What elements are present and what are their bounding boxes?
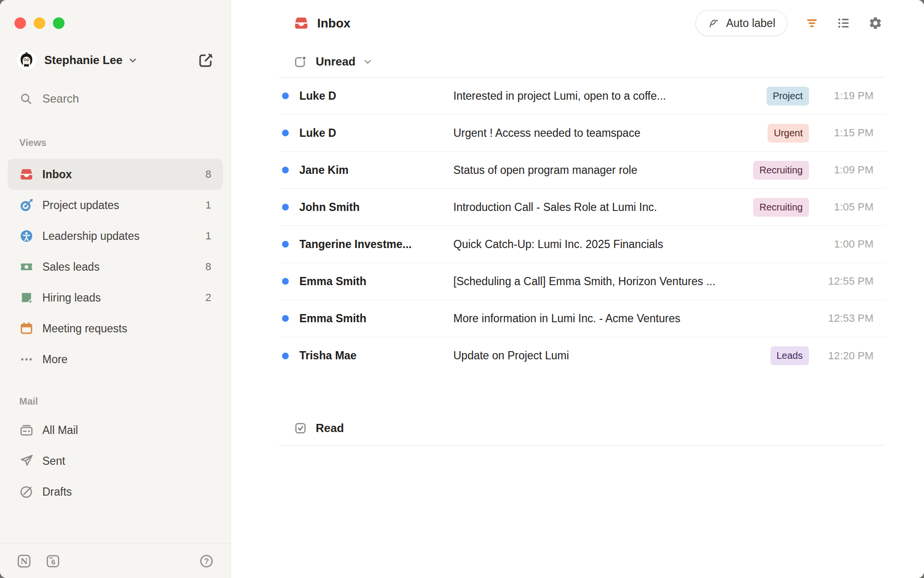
auto-label-button[interactable]: Auto label bbox=[695, 10, 787, 36]
avatar bbox=[16, 50, 37, 70]
unread-label: Unread bbox=[316, 55, 356, 68]
email-subject: Status of open program manager role bbox=[453, 164, 753, 177]
pencil-circle-icon bbox=[19, 485, 34, 499]
email-row[interactable]: Trisha Mae Update on Project Lumi Leads … bbox=[279, 337, 886, 374]
notion-app-icon[interactable]: N bbox=[16, 553, 32, 569]
inbox-icon bbox=[19, 167, 34, 182]
header-actions: Auto label bbox=[695, 10, 883, 36]
sidebar-item-label: Inbox bbox=[42, 168, 72, 181]
sidebar-item-project-updates[interactable]: Project updates 1 bbox=[8, 190, 223, 221]
mail-tray-icon bbox=[19, 423, 34, 437]
app-window: Stephanie Lee Search Views bbox=[0, 0, 924, 578]
close-window-button[interactable] bbox=[14, 17, 26, 29]
svg-text:6: 6 bbox=[51, 558, 56, 566]
tag-chip: Recruiting bbox=[753, 198, 809, 217]
help-button[interactable]: ? bbox=[199, 553, 214, 569]
email-row[interactable]: Luke D Urgent ! Access needed to teamspa… bbox=[279, 115, 886, 152]
chevron-down-icon bbox=[362, 56, 373, 67]
sidebar-item-hiring-leads[interactable]: Hiring leads 2 bbox=[8, 282, 223, 313]
zoom-window-button[interactable] bbox=[53, 17, 64, 29]
account-switcher[interactable]: Stephanie Lee bbox=[16, 50, 214, 71]
email-sender: Tangerine Investme... bbox=[299, 238, 453, 251]
unread-dot bbox=[280, 204, 299, 210]
unread-dot bbox=[280, 167, 299, 173]
email-row[interactable]: Jane Kim Status of open program manager … bbox=[279, 152, 886, 189]
email-sender: John Smith bbox=[299, 201, 453, 214]
unread-dot bbox=[280, 92, 299, 99]
sidebar-item-label: Project updates bbox=[42, 199, 119, 212]
minimize-window-button[interactable] bbox=[34, 17, 45, 29]
main-panel: Inbox Auto label bbox=[231, 0, 924, 578]
unread-count: 8 bbox=[205, 168, 211, 181]
unread-dot bbox=[280, 241, 299, 248]
search-button[interactable]: Search bbox=[19, 88, 214, 109]
paper-plane-icon bbox=[19, 454, 34, 468]
banknote-icon bbox=[19, 260, 34, 274]
filter-icon[interactable] bbox=[805, 16, 819, 30]
sidebar-item-sales-leads[interactable]: Sales leads 8 bbox=[8, 251, 223, 282]
email-time: 1:15 PM bbox=[820, 127, 873, 139]
inbox-icon bbox=[294, 15, 309, 31]
sidebar-item-all-mail[interactable]: All Mail bbox=[8, 415, 223, 446]
sidebar-item-sent[interactable]: Sent bbox=[8, 446, 223, 476]
email-sender: Luke D bbox=[299, 90, 453, 103]
page-title: Inbox bbox=[317, 16, 350, 31]
email-row[interactable]: John Smith Introduction Call - Sales Rol… bbox=[279, 189, 886, 226]
mail-nav: All Mail Sent Drafts bbox=[0, 415, 231, 507]
calendar-app-icon[interactable]: 6 bbox=[45, 553, 61, 569]
sidebar-item-label: Drafts bbox=[42, 486, 72, 499]
email-row[interactable]: Emma Smith [Scheduling a Call] Emma Smit… bbox=[279, 263, 886, 300]
unread-dot bbox=[280, 353, 299, 359]
read-section-header[interactable]: Read bbox=[279, 411, 886, 446]
list-view-icon[interactable] bbox=[836, 16, 851, 30]
email-list: Luke D Interested in project Lumi, open … bbox=[279, 78, 886, 374]
search-icon bbox=[19, 92, 33, 105]
tag-chip: Project bbox=[767, 87, 809, 105]
email-row[interactable]: Luke D Interested in project Lumi, open … bbox=[279, 78, 886, 115]
svg-text:N: N bbox=[20, 556, 27, 566]
email-sender: Emma Smith bbox=[299, 312, 453, 325]
email-row[interactable]: Tangerine Investme... Quick Catch-Up: Lu… bbox=[279, 226, 886, 263]
ellipsis-icon bbox=[19, 352, 34, 367]
email-time: 1:00 PM bbox=[820, 238, 873, 250]
unread-section-header[interactable]: Unread bbox=[279, 46, 886, 78]
email-time: 12:53 PM bbox=[820, 312, 873, 325]
email-subject: Interested in project Lumi, open to a co… bbox=[453, 90, 767, 103]
tag-chip: Urgent bbox=[768, 124, 809, 143]
sidebar-item-label: All Mail bbox=[42, 424, 78, 437]
unread-dot bbox=[280, 278, 299, 285]
main-header: Inbox Auto label bbox=[279, 0, 886, 46]
email-time: 1:19 PM bbox=[820, 90, 873, 102]
section-title-views: Views bbox=[19, 137, 231, 148]
email-subject: Introduction Call - Sales Role at Lumi I… bbox=[453, 201, 753, 214]
unread-dot bbox=[280, 315, 299, 322]
person-circle-icon bbox=[19, 229, 34, 243]
email-subject: Quick Catch-Up: Lumi Inc. 2025 Financial… bbox=[453, 238, 820, 251]
email-time: 1:05 PM bbox=[820, 201, 873, 213]
sidebar-footer: N 6 ? bbox=[0, 543, 231, 578]
sidebar-item-label: More bbox=[42, 353, 67, 366]
unread-count: 1 bbox=[205, 230, 211, 242]
sidebar-item-meeting-requests[interactable]: Meeting requests bbox=[8, 313, 223, 344]
unread-count: 8 bbox=[205, 261, 211, 273]
email-sender: Luke D bbox=[299, 127, 453, 140]
sidebar-item-label: Sales leads bbox=[42, 261, 100, 274]
chevron-down-icon bbox=[128, 55, 138, 66]
unread-count: 1 bbox=[205, 199, 211, 211]
sidebar-item-drafts[interactable]: Drafts bbox=[8, 476, 223, 507]
tag-chip: Recruiting bbox=[753, 161, 809, 180]
compose-button[interactable] bbox=[198, 52, 214, 68]
email-subject: Update on Project Lumi bbox=[453, 349, 770, 362]
user-name: Stephanie Lee bbox=[44, 53, 123, 67]
email-subject: [Scheduling a Call] Emma Smith, Horizon … bbox=[453, 275, 820, 288]
unread-count: 2 bbox=[205, 291, 211, 304]
sidebar-item-label: Meeting requests bbox=[42, 322, 127, 335]
sidebar-item-more[interactable]: More bbox=[8, 344, 223, 375]
search-label: Search bbox=[42, 92, 79, 105]
views-nav: Inbox 8 Project updates 1 bbox=[0, 159, 231, 375]
sidebar-item-inbox[interactable]: Inbox 8 bbox=[8, 159, 223, 190]
settings-gear-icon[interactable] bbox=[868, 16, 883, 30]
sidebar-item-label: Sent bbox=[42, 455, 65, 468]
email-row[interactable]: Emma Smith More information in Lumi Inc.… bbox=[279, 300, 886, 337]
sidebar-item-leadership-updates[interactable]: Leadership updates 1 bbox=[8, 221, 223, 251]
